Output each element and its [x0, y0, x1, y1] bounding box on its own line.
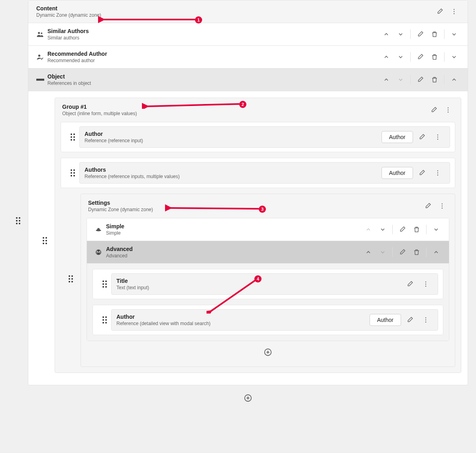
svg-point-30	[425, 322, 426, 322]
svg-point-4	[38, 32, 40, 34]
add-component-button[interactable]	[241, 391, 255, 405]
advanced-body: 4	[87, 263, 449, 341]
field-drag-handle[interactable]	[102, 280, 107, 288]
page-drag-handle[interactable]	[16, 217, 20, 224]
dz-subtitle: Advanced	[106, 253, 361, 259]
circle-m-icon	[92, 249, 104, 256]
separator	[392, 247, 393, 257]
field-title: Author	[116, 314, 370, 320]
dz-row-advanced: Advanced Advanced	[87, 241, 449, 263]
move-down-button	[376, 245, 390, 259]
group-subtitle: Object (inline form, multiple values)	[62, 111, 427, 116]
collapse-button[interactable]	[429, 245, 443, 259]
content-title: Content	[36, 5, 433, 12]
content-panel: 1 Content Dynamic Zone (dynamic zone)	[28, 0, 468, 385]
more-button[interactable]	[431, 130, 445, 144]
more-button[interactable]	[419, 313, 433, 327]
edit-button[interactable]	[413, 73, 427, 87]
group-drag-handle[interactable]	[43, 237, 47, 244]
field-subtitle: Reference (detailed view with modal sear…	[116, 321, 370, 326]
settings-drag-handle[interactable]	[69, 275, 73, 282]
annotation-badge-1: 1	[195, 16, 202, 24]
svg-point-11	[448, 112, 448, 112]
field-drag-handle[interactable]	[71, 133, 75, 141]
reference-type-button[interactable]: Author	[370, 314, 401, 326]
component-title: Similar Authors	[47, 28, 379, 34]
move-down-button[interactable]	[393, 50, 408, 64]
edit-button[interactable]	[427, 103, 441, 117]
more-button[interactable]	[447, 4, 461, 19]
expand-button[interactable]	[447, 27, 461, 41]
edit-button[interactable]	[413, 50, 427, 64]
more-button[interactable]	[419, 277, 433, 291]
field-title: Authors	[85, 167, 382, 173]
separator	[426, 247, 427, 257]
edit-button[interactable]	[403, 313, 417, 327]
move-down-button	[393, 73, 408, 87]
more-button[interactable]	[441, 103, 455, 117]
add-dz-component-button[interactable]	[261, 345, 275, 359]
svg-point-12	[437, 135, 438, 135]
field-drag-handle[interactable]	[102, 316, 107, 324]
svg-point-26	[425, 284, 426, 284]
field-subtitle: Text (text input)	[116, 285, 403, 290]
component-title: Recommended Author	[47, 51, 379, 57]
field-drag-handle[interactable]	[71, 169, 75, 176]
delete-button[interactable]	[427, 50, 442, 64]
expand-button[interactable]	[429, 222, 443, 237]
dz-row-simple: Simple Simple	[87, 218, 449, 241]
svg-point-1	[454, 9, 454, 10]
move-up-button[interactable]	[361, 245, 376, 259]
separator	[410, 52, 411, 62]
settings-panel: Settings Dynamic Zone (dynamic zone)	[81, 194, 455, 367]
svg-point-15	[437, 171, 438, 171]
edit-button[interactable]	[415, 166, 429, 180]
field-row-title: Title Text (text input)	[92, 269, 443, 299]
object-body: 2 Group #1 Object (inl	[28, 91, 468, 385]
edit-button[interactable]	[403, 277, 417, 291]
move-down-button[interactable]	[376, 222, 390, 237]
content-subtitle: Dynamic Zone (dynamic zone)	[36, 12, 433, 18]
svg-point-19	[442, 204, 443, 204]
edit-button[interactable]	[433, 4, 447, 19]
edit-button[interactable]	[421, 199, 435, 213]
svg-point-25	[425, 282, 426, 282]
edit-button[interactable]	[395, 245, 409, 259]
component-subtitle: Similar authors	[47, 35, 379, 41]
delete-button[interactable]	[427, 27, 442, 41]
move-up-button[interactable]	[379, 50, 393, 64]
content-header: Content Dynamic Zone (dynamic zone)	[28, 0, 468, 23]
person-check-icon	[35, 53, 46, 61]
expand-button[interactable]	[447, 50, 461, 64]
reference-type-button[interactable]: Author	[382, 167, 413, 179]
reference-type-button[interactable]: Author	[382, 131, 413, 143]
svg-point-13	[437, 137, 438, 137]
more-button[interactable]	[435, 199, 449, 213]
annotation-badge-4: 4	[254, 275, 262, 282]
component-row-recommended-author: Recommended Author Recommended author	[28, 46, 468, 69]
annotation-badge-3: 3	[259, 206, 266, 213]
component-title: Object	[47, 73, 379, 80]
component-subtitle: References in object	[47, 80, 379, 86]
svg-point-28	[425, 318, 426, 318]
delete-button[interactable]	[409, 245, 424, 259]
settings-title: Settings	[88, 200, 421, 206]
delete-button[interactable]	[409, 222, 424, 237]
separator	[444, 29, 445, 39]
move-up-button[interactable]	[379, 73, 393, 87]
edit-button[interactable]	[395, 222, 409, 237]
edit-button[interactable]	[413, 27, 427, 41]
svg-point-9	[448, 108, 448, 108]
field-title: Author	[85, 131, 382, 137]
separator	[444, 52, 445, 62]
edit-button[interactable]	[415, 130, 429, 144]
more-button[interactable]	[431, 166, 445, 180]
separator	[410, 75, 411, 84]
delete-button[interactable]	[427, 73, 442, 87]
collapse-button[interactable]	[447, 73, 461, 87]
move-up-button[interactable]	[379, 27, 393, 41]
group-1-panel: Group #1 Object (inline form, multiple v…	[55, 98, 461, 373]
svg-point-29	[425, 320, 426, 320]
separator	[426, 225, 427, 234]
move-down-button[interactable]	[393, 27, 408, 41]
